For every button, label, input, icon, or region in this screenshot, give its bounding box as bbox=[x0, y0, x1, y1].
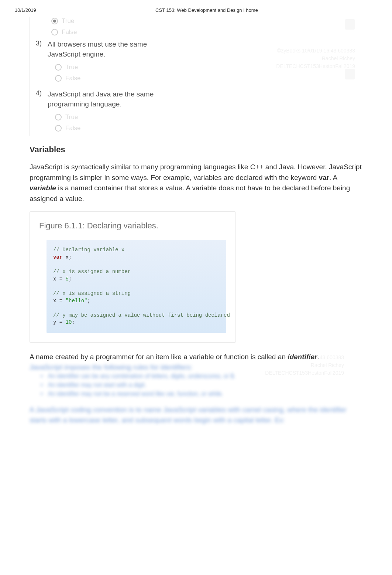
variables-paragraph: JavaScript is syntactically similar to m… bbox=[30, 162, 362, 204]
quiz-section: True False 3) All browsers must use the … bbox=[30, 17, 362, 136]
question-number: 3) bbox=[36, 40, 44, 86]
keyword-var: var bbox=[319, 174, 330, 181]
header-title: CST 153: Web Development and Design I ho… bbox=[155, 7, 258, 13]
code-block: // Declaring variable x var x; // x is a… bbox=[47, 240, 226, 333]
question-4: 4) JavaScript and Java are the same prog… bbox=[36, 89, 362, 136]
radio-icon bbox=[55, 125, 62, 132]
identifier-rules-list: An identifier can be any combination of … bbox=[41, 373, 362, 397]
figure-box: Figure 6.1.1: Declaring variables. // De… bbox=[30, 211, 236, 343]
code-comment: // x is assigned a number bbox=[53, 269, 131, 275]
header-date: 10/1/2019 bbox=[15, 7, 36, 13]
code-op: = bbox=[59, 276, 62, 282]
radio-icon bbox=[55, 75, 62, 82]
text: A name created by a programmer for an it… bbox=[30, 353, 288, 361]
option-true[interactable]: True bbox=[51, 17, 362, 25]
option-label: True bbox=[65, 113, 78, 121]
list-item: An identifier may not start with a digit… bbox=[41, 382, 362, 388]
option-false[interactable]: False bbox=[55, 125, 362, 132]
code-comment: // y may be assigned a value without fir… bbox=[53, 312, 230, 318]
code-op: = bbox=[59, 298, 62, 304]
option-label: True bbox=[62, 17, 74, 25]
code-comment: // Declaring variable x bbox=[53, 247, 124, 253]
code-text: x bbox=[53, 276, 59, 282]
code-num: 10 bbox=[62, 319, 72, 325]
camel-case-paragraph: A JavaScript coding convention is to nam… bbox=[30, 405, 362, 426]
radio-icon bbox=[51, 18, 58, 24]
watermark-line: Rachel Richey bbox=[276, 55, 355, 62]
radio-icon bbox=[55, 114, 62, 120]
list-item: An identifier can be any combination of … bbox=[41, 373, 362, 380]
code-text: x bbox=[53, 298, 59, 304]
option-label: True bbox=[65, 64, 78, 71]
radio-icon bbox=[51, 29, 58, 35]
code-text: y bbox=[53, 319, 59, 325]
watermark-line: Rachel Richey bbox=[265, 361, 344, 369]
text: JavaScript is syntactically similar to m… bbox=[30, 163, 362, 181]
list-item: An identifier may not be a reserved word… bbox=[41, 391, 362, 397]
text: . A bbox=[329, 174, 337, 181]
option-label: False bbox=[62, 28, 77, 36]
text: is a named container that stores a value… bbox=[30, 184, 350, 203]
radio-icon bbox=[55, 64, 62, 71]
code-num: 5 bbox=[62, 276, 69, 282]
figure-title: Figure 6.1.1: Declaring variables. bbox=[39, 221, 226, 231]
code-text: ; bbox=[87, 298, 90, 304]
option-label: False bbox=[65, 125, 81, 132]
question-text: All browsers must use the same JavaScrip… bbox=[48, 40, 158, 59]
section-heading: Variables bbox=[30, 145, 362, 154]
feedback-button[interactable] bbox=[345, 19, 355, 30]
code-keyword: var bbox=[53, 254, 62, 260]
watermark-line: ©zyBooks 10/01/19 16:43 600383 bbox=[265, 354, 344, 361]
option-false[interactable]: False bbox=[55, 75, 362, 82]
code-text: x; bbox=[62, 254, 72, 260]
keyword-variable: variable bbox=[30, 184, 56, 192]
option-label: False bbox=[65, 75, 81, 82]
code-text: ; bbox=[72, 319, 75, 325]
code-text: ; bbox=[69, 276, 72, 282]
code-comment: // x is assigned a string bbox=[53, 290, 131, 296]
watermark-line: ©zyBooks 10/01/19 16:43 600383 bbox=[276, 47, 355, 55]
option-true[interactable]: True bbox=[55, 113, 362, 121]
code-str: "hello" bbox=[62, 298, 87, 304]
question-text: JavaScript and Java are the same program… bbox=[48, 89, 158, 109]
option-false[interactable]: False bbox=[51, 28, 362, 36]
watermark: ©zyBooks 10/01/19 16:43 600383 Rachel Ri… bbox=[276, 47, 355, 70]
code-op: = bbox=[59, 319, 62, 325]
question-number: 4) bbox=[36, 89, 44, 136]
watermark-line: DELTECHCST153HestonFall2019 bbox=[276, 62, 355, 70]
